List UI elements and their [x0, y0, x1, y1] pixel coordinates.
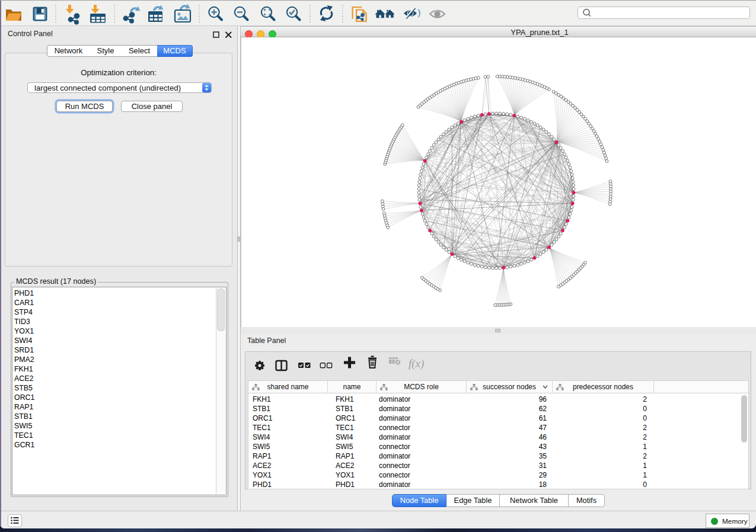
svg-text:f(x): f(x)	[409, 357, 424, 370]
